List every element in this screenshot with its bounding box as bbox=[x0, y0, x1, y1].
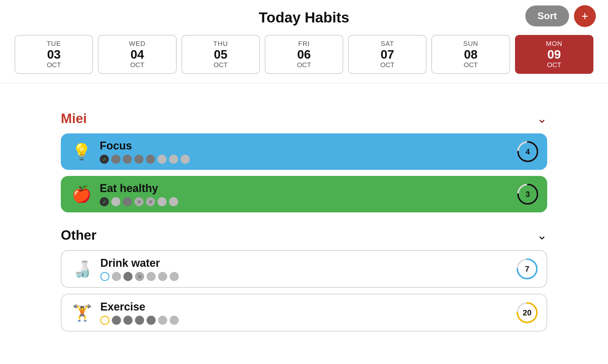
date-cell-thu05[interactable]: THU 05 OCT bbox=[181, 35, 260, 74]
habit-card-focus[interactable]: 💡Focus✓4 bbox=[61, 133, 547, 170]
section-header-other: Other⌄ bbox=[61, 228, 547, 243]
habit-dot-0 bbox=[100, 316, 109, 325]
habit-icon-exercise: 🏋️ bbox=[70, 300, 94, 325]
month: OCT bbox=[519, 61, 590, 69]
date-cell-sat07[interactable]: SAT 07 OCT bbox=[348, 35, 427, 74]
habit-dot-4 bbox=[147, 272, 156, 281]
habit-name: Exercise bbox=[100, 300, 510, 313]
habit-dot-3 bbox=[134, 155, 143, 164]
day-name: MON bbox=[519, 40, 590, 48]
section-miei: Miei⌄💡Focus✓4🍎Eat healthy✓✕✕3 bbox=[61, 111, 547, 212]
month: OCT bbox=[18, 61, 89, 69]
month: OCT bbox=[185, 61, 256, 69]
day-name: THU bbox=[185, 40, 256, 48]
habit-dots bbox=[100, 316, 510, 325]
section-title-other: Other bbox=[61, 228, 96, 243]
day-name: WED bbox=[102, 40, 173, 48]
habit-dots: ✕ bbox=[100, 272, 510, 281]
section-title-miei: Miei bbox=[61, 111, 87, 126]
habit-icon-focus: 💡 bbox=[69, 139, 94, 164]
date-cell-tue03[interactable]: TUE 03 OCT bbox=[15, 35, 93, 74]
habit-dot-5 bbox=[157, 155, 167, 164]
habit-dot-1 bbox=[111, 197, 120, 206]
habit-card-drink-water[interactable]: 🍶Drink water✕7 bbox=[61, 250, 547, 288]
header-actions: Sort + bbox=[525, 5, 596, 27]
main-content: Miei⌄💡Focus✓4🍎Eat healthy✓✕✕3Other⌄🍶Drin… bbox=[0, 84, 608, 350]
habit-dot-5 bbox=[157, 197, 167, 206]
month: OCT bbox=[102, 61, 173, 69]
habit-dot-0: ✓ bbox=[100, 155, 109, 164]
habit-badge-focus: 4 bbox=[517, 141, 539, 163]
day-num: 05 bbox=[185, 48, 256, 61]
habit-dot-3: ✕ bbox=[135, 272, 144, 281]
date-strip: TUE 03 OCT WED 04 OCT THU 05 OCT FRI 06 … bbox=[0, 32, 608, 84]
habit-dot-6 bbox=[169, 197, 178, 206]
habit-info-focus: Focus✓ bbox=[94, 139, 517, 164]
day-num: 04 bbox=[102, 48, 173, 61]
habit-dots: ✓✕✕ bbox=[100, 197, 511, 206]
habit-dots: ✓ bbox=[100, 155, 511, 164]
section-collapse-other[interactable]: ⌄ bbox=[537, 229, 547, 241]
habit-dot-4 bbox=[147, 316, 156, 325]
section-collapse-miei[interactable]: ⌄ bbox=[537, 112, 547, 125]
habit-dot-2 bbox=[123, 155, 132, 164]
habit-name: Focus bbox=[100, 139, 511, 152]
habit-badge-drink-water: 7 bbox=[516, 258, 538, 280]
habit-dot-1 bbox=[111, 155, 120, 164]
section-header-miei: Miei⌄ bbox=[61, 111, 547, 126]
date-cell-mon09[interactable]: MON 09 OCT bbox=[515, 35, 593, 74]
habit-info-drink-water: Drink water✕ bbox=[94, 257, 516, 281]
day-name: SUN bbox=[435, 40, 506, 48]
habit-name: Drink water bbox=[100, 257, 510, 270]
habit-card-exercise[interactable]: 🏋️Exercise20 bbox=[61, 294, 547, 331]
day-num: 06 bbox=[268, 48, 340, 61]
date-cell-sun08[interactable]: SUN 08 OCT bbox=[431, 35, 510, 74]
month: OCT bbox=[352, 61, 423, 69]
habit-info-exercise: Exercise bbox=[94, 300, 516, 325]
day-num: 07 bbox=[352, 48, 423, 61]
day-name: TUE bbox=[18, 40, 89, 48]
habit-dot-4: ✕ bbox=[146, 197, 155, 206]
habit-dot-4 bbox=[146, 155, 155, 164]
badge-count: 20 bbox=[523, 308, 532, 318]
habit-name: Eat healthy bbox=[100, 182, 511, 195]
habit-dot-6 bbox=[169, 155, 178, 164]
day-name: SAT bbox=[352, 40, 423, 48]
habit-icon-drink-water: 🍶 bbox=[70, 257, 94, 281]
habit-card-eat-healthy[interactable]: 🍎Eat healthy✓✕✕3 bbox=[61, 176, 547, 212]
habit-dot-5 bbox=[158, 316, 167, 325]
habit-badge-exercise: 20 bbox=[516, 302, 538, 324]
habit-dot-2 bbox=[123, 316, 133, 325]
habit-dot-7 bbox=[181, 155, 190, 164]
habit-dot-0 bbox=[100, 272, 109, 281]
habit-dot-3 bbox=[135, 316, 144, 325]
badge-count: 3 bbox=[526, 190, 530, 199]
habit-dot-0: ✓ bbox=[100, 197, 109, 206]
sort-button[interactable]: Sort bbox=[525, 5, 569, 26]
badge-count: 4 bbox=[526, 147, 530, 156]
date-cell-fri06[interactable]: FRI 06 OCT bbox=[265, 35, 343, 74]
badge-count: 7 bbox=[525, 264, 529, 274]
page-header: Today Habits Sort + bbox=[0, 0, 608, 32]
habit-dot-6 bbox=[170, 316, 179, 325]
habit-dot-6 bbox=[170, 272, 179, 281]
day-name: FRI bbox=[268, 40, 340, 48]
day-num: 08 bbox=[435, 48, 506, 61]
habit-dot-1 bbox=[112, 272, 121, 281]
section-other: Other⌄🍶Drink water✕7🏋️Exercise20 bbox=[61, 228, 547, 331]
habit-dot-2 bbox=[123, 197, 132, 206]
date-cell-wed04[interactable]: WED 04 OCT bbox=[98, 35, 176, 74]
habit-badge-eat-healthy: 3 bbox=[517, 183, 539, 205]
habit-dot-3: ✕ bbox=[134, 197, 143, 206]
add-habit-button[interactable]: + bbox=[574, 5, 596, 27]
page-title: Today Habits bbox=[259, 9, 349, 26]
habit-info-eat-healthy: Eat healthy✓✕✕ bbox=[94, 182, 517, 206]
month: OCT bbox=[268, 61, 340, 69]
month: OCT bbox=[435, 61, 506, 69]
habit-dot-5 bbox=[158, 272, 167, 281]
habit-dot-1 bbox=[112, 316, 121, 325]
habit-dot-2 bbox=[123, 272, 133, 281]
day-num: 09 bbox=[519, 48, 590, 61]
day-num: 03 bbox=[18, 48, 89, 61]
habit-icon-eat-healthy: 🍎 bbox=[69, 182, 94, 206]
